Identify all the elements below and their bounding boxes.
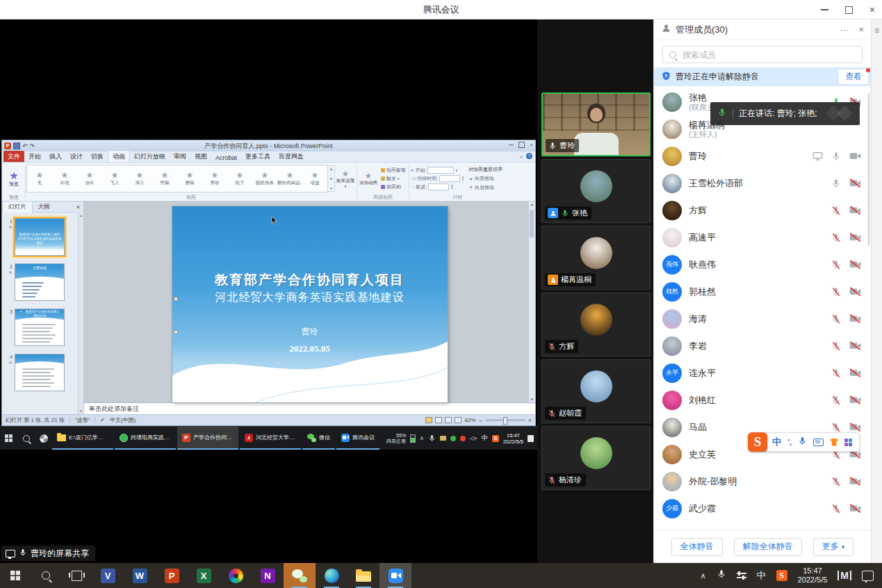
save-icon[interactable]: [13, 142, 20, 149]
ppt-tab-9[interactable]: Acrobat: [211, 153, 241, 162]
ppt-tab-4[interactable]: 切换: [87, 151, 108, 162]
mic-toggle-icon[interactable]: [831, 423, 841, 432]
participant-row[interactable]: 永平连永平: [654, 359, 871, 386]
lang-indicator[interactable]: 中: [757, 569, 766, 582]
camera-toggle-icon[interactable]: [849, 152, 861, 161]
speaker-muted-icon[interactable]: ◁×: [470, 435, 477, 441]
mic-toggle-icon[interactable]: [831, 504, 841, 514]
mic-toggle-icon[interactable]: [831, 206, 841, 215]
video-tile[interactable]: 楊苒温桐: [541, 226, 651, 290]
mic-toggle-icon[interactable]: [831, 152, 841, 161]
more-options-icon[interactable]: ···: [840, 24, 849, 35]
mic-toggle-icon[interactable]: [831, 477, 841, 487]
inner-clock[interactable]: 15:47 2022/5/5: [503, 432, 523, 445]
add-animation-button[interactable]: ★ 添加动画: [358, 172, 379, 186]
animation-style-item[interactable]: ★淡出: [77, 165, 102, 192]
preview-button[interactable]: ★ 预览: [3, 170, 24, 188]
ime-skin-icon[interactable]: [830, 439, 838, 446]
zoom-out-button[interactable]: −: [478, 417, 482, 424]
animation-style-item[interactable]: ★缩放: [302, 165, 327, 192]
tab-slides[interactable]: 幻灯片: [2, 201, 33, 213]
selection-handle[interactable]: [174, 297, 178, 301]
unmute-all-button[interactable]: 解除全体静音: [734, 538, 802, 556]
mic-toggle-icon[interactable]: [831, 233, 841, 243]
taskbar-app-onenote[interactable]: N: [252, 563, 284, 588]
action-center-icon[interactable]: [862, 571, 874, 581]
m-app-tray-icon[interactable]: M: [838, 571, 851, 580]
animation-painter-button[interactable]: 动画刷: [381, 183, 406, 190]
minimize-button[interactable]: [821, 9, 828, 10]
task-view-button[interactable]: [61, 563, 92, 588]
participant-row[interactable]: 方辉: [654, 197, 871, 224]
ime-keyboard-icon[interactable]: [813, 439, 824, 446]
move-later-button[interactable]: ▼ 向后移动: [468, 184, 503, 191]
inner-pinned-app-icon[interactable]: [35, 427, 52, 450]
microphone-tray-icon[interactable]: [428, 432, 436, 445]
ppt-tab-10[interactable]: 更多工具: [241, 151, 275, 162]
list-scrollbar[interactable]: [867, 93, 870, 246]
start-button[interactable]: [0, 563, 31, 588]
participant-row[interactable]: 燕伟耿燕伟: [654, 251, 871, 278]
ppt-tab-3[interactable]: 设计: [66, 151, 87, 162]
zoom-in-button[interactable]: +: [528, 417, 532, 424]
more-button[interactable]: 更多▾: [813, 538, 854, 556]
mic-toggle-icon[interactable]: [831, 179, 841, 188]
animation-style-item[interactable]: ★出现: [52, 165, 77, 192]
panel-close-icon[interactable]: ×: [858, 24, 864, 35]
folder-tray-icon[interactable]: [440, 436, 446, 441]
inner-taskbar-app[interactable]: 微信: [302, 427, 335, 450]
camera-toggle-icon[interactable]: [849, 179, 861, 188]
ppt-tab-1[interactable]: 开始: [24, 151, 45, 162]
tab-outline[interactable]: 大纲: [33, 202, 56, 213]
ppt-tab-2[interactable]: 插入: [45, 151, 66, 162]
mic-toggle-icon[interactable]: [831, 314, 841, 324]
hamburger-menu-icon[interactable]: ≡: [872, 26, 882, 35]
slide-thumbnail[interactable]: 主要内容: [15, 263, 65, 301]
participant-row[interactable]: 李岩: [654, 332, 871, 359]
video-tile[interactable]: 张艳: [541, 159, 651, 223]
search-input[interactable]: [662, 46, 863, 63]
tray-expand-icon[interactable]: ∧: [700, 571, 705, 580]
animation-style-item[interactable]: ★翻转式由远..: [277, 165, 302, 192]
ime-punctuation-toggle[interactable]: ’,: [787, 438, 792, 446]
camera-toggle-icon[interactable]: [849, 287, 861, 296]
ppt-tab-0[interactable]: 文件: [3, 151, 24, 162]
battery-icon[interactable]: [410, 434, 416, 443]
taskbar-app-wechat[interactable]: [284, 563, 316, 588]
camera-toggle-icon[interactable]: [849, 504, 861, 513]
video-tile[interactable]: 杨清珍: [541, 426, 651, 490]
ppt-close-button[interactable]: ×: [530, 142, 533, 148]
gallery-scroll[interactable]: ▲▼▾: [328, 165, 335, 192]
animation-pane-button[interactable]: 动画窗格: [381, 167, 406, 174]
sogou-tray-icon[interactable]: S: [776, 570, 787, 581]
mute-all-button[interactable]: 全体静音: [671, 538, 723, 556]
close-button[interactable]: ×: [869, 5, 875, 15]
participant-row[interactable]: 刘艳红: [654, 386, 871, 414]
taskbar-app-word[interactable]: W: [124, 563, 156, 588]
inner-taskbar-app[interactable]: ∧河北经贸大学实践...: [240, 427, 301, 450]
redo-icon[interactable]: ↷: [30, 143, 35, 149]
video-tile[interactable]: 曹玲: [541, 92, 651, 156]
taskbar-app-meeting[interactable]: [379, 563, 411, 588]
red-app-tray-icon[interactable]: [460, 436, 466, 441]
mic-toggle-icon[interactable]: [831, 368, 841, 378]
language-indicator[interactable]: 中文(中国): [110, 416, 136, 424]
animation-style-item[interactable]: ★浮入: [127, 165, 152, 192]
mic-toggle-icon[interactable]: [831, 287, 841, 297]
mic-toggle-icon[interactable]: [831, 341, 841, 351]
inner-taskbar-app[interactable]: 跨境电商实践平台 ...: [115, 427, 176, 450]
camera-toggle-icon[interactable]: [849, 341, 861, 350]
camera-toggle-icon[interactable]: [849, 395, 861, 405]
camera-toggle-icon[interactable]: [849, 368, 861, 377]
selection-handle[interactable]: [174, 330, 178, 334]
ppt-maximize-button[interactable]: [518, 142, 525, 148]
sogou-tray-icon[interactable]: S: [492, 435, 499, 442]
taskbar-app-edge[interactable]: [316, 563, 348, 588]
animation-style-item[interactable]: ★轮子: [227, 165, 252, 192]
inner-taskbar-app[interactable]: 腾讯会议: [336, 427, 379, 450]
slide-thumbnail[interactable]: 一、教育部产学合作协同育人项目介绍: [15, 309, 65, 346]
participant-row[interactable]: 高速平: [654, 224, 871, 251]
notes-placeholder[interactable]: 单击此处添加备注: [84, 402, 535, 414]
sogou-logo-icon[interactable]: S: [748, 432, 767, 452]
volume-mixer-icon[interactable]: [737, 571, 746, 580]
